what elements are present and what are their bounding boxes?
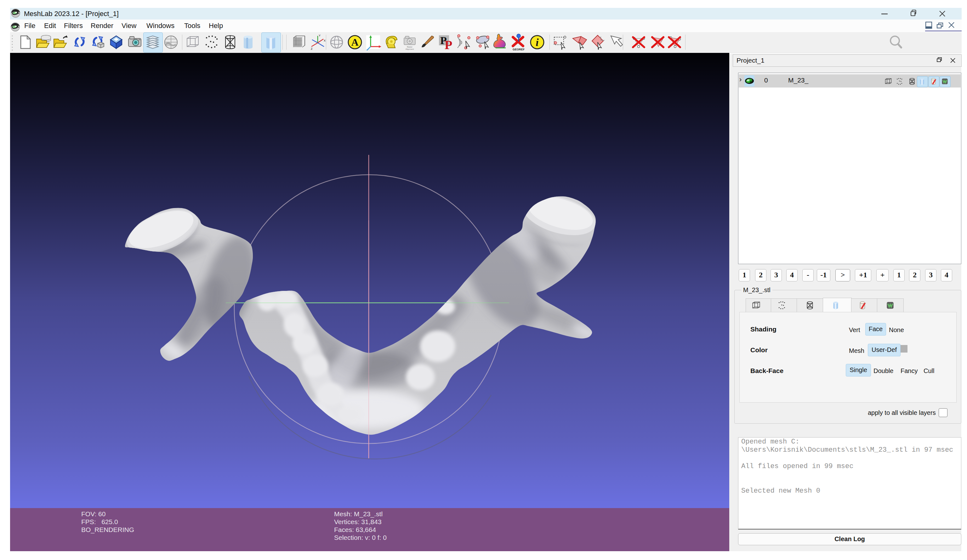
svg-text:Y: Y (318, 34, 320, 37)
svg-text:A: A (351, 36, 358, 48)
svg-text:GEOREF: GEOREF (513, 48, 525, 51)
svg-text:i: i (536, 36, 539, 48)
svg-text:Raster: Raster (407, 46, 413, 48)
svg-text:X: X (324, 39, 325, 42)
svg-text:Z: Z (311, 47, 313, 50)
svg-text:P: P (445, 38, 452, 52)
svg-text:Alignment: Alignment (406, 48, 414, 50)
